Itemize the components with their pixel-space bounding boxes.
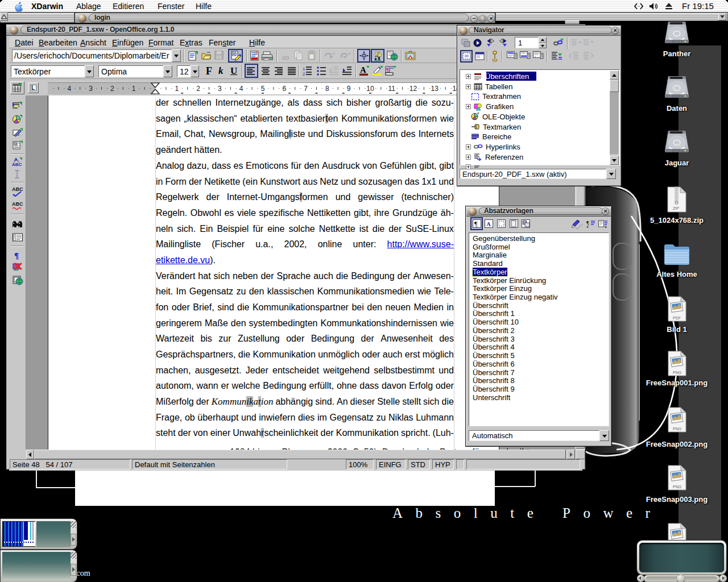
svg-text:11: 11 xyxy=(388,85,395,93)
svg-text:10: 10 xyxy=(366,85,374,93)
svg-text:1: 1 xyxy=(303,66,305,72)
svg-text:ABC: ABC xyxy=(12,162,22,167)
svg-text:2: 2 xyxy=(110,85,114,93)
svg-text:9: 9 xyxy=(347,85,351,93)
svg-text:¶: ¶ xyxy=(474,220,478,228)
svg-text:A: A xyxy=(360,65,366,74)
svg-text:5: 5 xyxy=(261,85,265,93)
svg-text:3: 3 xyxy=(89,85,93,93)
svg-text:♪: ♪ xyxy=(534,55,536,59)
svg-text:4: 4 xyxy=(67,85,71,93)
svg-text:6: 6 xyxy=(282,85,286,93)
svg-text:PNG: PNG xyxy=(673,371,681,375)
svg-text:PNG: PNG xyxy=(673,485,681,489)
svg-text:PNG: PNG xyxy=(673,427,681,431)
svg-text:2: 2 xyxy=(196,85,200,93)
svg-text:¶: ¶ xyxy=(586,220,589,226)
svg-text:8: 8 xyxy=(325,85,329,93)
svg-text:1: 1 xyxy=(175,85,179,93)
svg-text:¶: ¶ xyxy=(386,67,389,73)
svg-text:3: 3 xyxy=(218,85,222,93)
svg-text:12: 12 xyxy=(410,85,417,93)
svg-text:A: A xyxy=(486,221,491,227)
svg-text:PDF: PDF xyxy=(673,316,681,320)
svg-text:7: 7 xyxy=(304,85,308,93)
svg-text:ABC: ABC xyxy=(12,186,23,192)
svg-text:1: 1 xyxy=(132,85,136,93)
svg-text:¶: ¶ xyxy=(14,251,19,260)
svg-text:4: 4 xyxy=(239,85,243,93)
svg-text:ZIP: ZIP xyxy=(673,206,679,210)
svg-text:ABC: ABC xyxy=(12,201,23,207)
svg-text:13: 13 xyxy=(431,85,439,93)
svg-text:2: 2 xyxy=(303,72,305,76)
